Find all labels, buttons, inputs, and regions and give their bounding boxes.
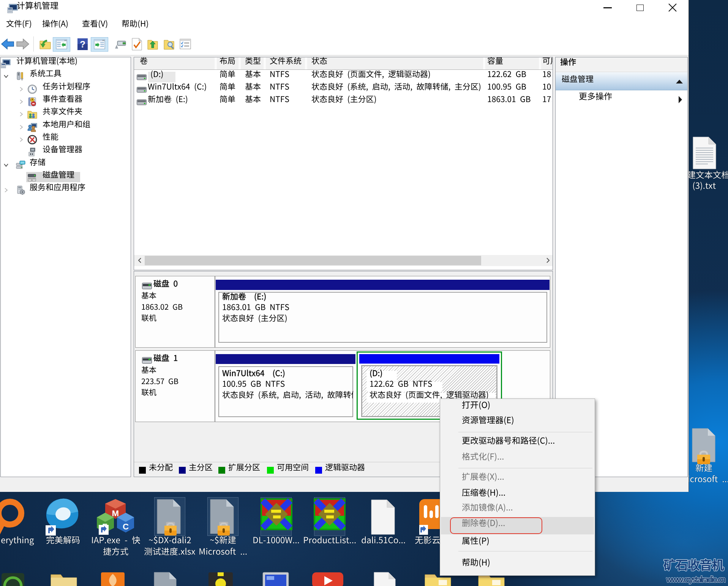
svg-text:?: ?: [80, 39, 85, 49]
svg-text:C: C: [123, 522, 129, 531]
svg-text:M: M: [112, 509, 119, 518]
